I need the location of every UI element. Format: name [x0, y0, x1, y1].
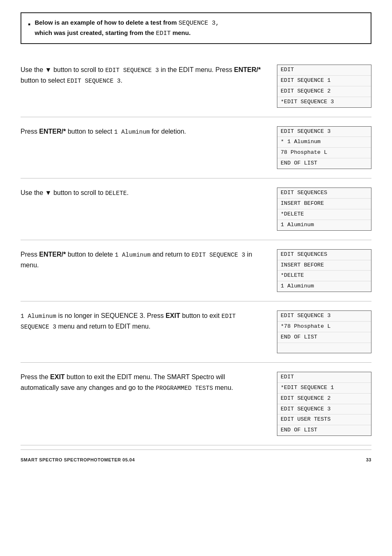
bold-text: ENTER/*: [234, 66, 261, 73]
mono-text: EDIT SEQUENCE 3: [105, 67, 159, 74]
section-4-lcd: EDIT SEQUENCESINSERT BEFORE*DELETE1 Alum…: [277, 249, 371, 292]
top-note-text: Below is an example of how to delete a t…: [35, 18, 219, 38]
lcd-row: *DELETE: [277, 271, 371, 281]
mono-text: DELETE: [105, 190, 127, 197]
section-3: Use the ▼ button to scroll to DELETE.EDI…: [21, 178, 371, 240]
section-1: Use the ▼ button to scroll to EDIT SEQUE…: [21, 56, 371, 117]
section-5-lcd: EDIT SEQUENCE 3*78 Phosphate LEND OF LIS…: [277, 310, 371, 353]
mono-text: 1 Aluminum: [114, 129, 150, 135]
sections-container: Use the ▼ button to scroll to EDIT SEQUE…: [21, 56, 371, 445]
lcd-row: 1 Aluminum: [277, 220, 371, 230]
section-5-text: 1 Aluminum is no longer in SEQUENCE 3. P…: [21, 310, 265, 332]
lcd-row: END OF LIST: [277, 425, 371, 436]
top-note: ▪ Below is an example of how to delete a…: [21, 12, 371, 44]
bold-text: ENTER/*: [39, 128, 66, 135]
lcd-row: *78 Phosphate L: [277, 322, 371, 332]
section-2: Press ENTER/* button to select 1 Aluminu…: [21, 117, 371, 179]
lcd-row: END OF LIST: [277, 332, 371, 343]
lcd-row: INSERT BEFORE: [277, 260, 371, 271]
lcd-row: *DELETE: [277, 209, 371, 220]
section-4: Press ENTER/* button to delete 1 Aluminu…: [21, 240, 371, 302]
section-3-text: Use the ▼ button to scroll to DELETE.: [21, 188, 265, 198]
bold-text: EXIT: [50, 373, 65, 380]
lcd-row: EDIT: [277, 372, 371, 383]
lcd-row: INSERT BEFORE: [277, 199, 371, 209]
footer-left: SMART SPECTRO SPECTROPHOTOMETER 05.04: [21, 457, 135, 462]
lcd-row: EDIT SEQUENCES: [277, 250, 371, 260]
lcd-row: END OF LIST: [277, 158, 371, 169]
section-6-lcd: EDIT*EDIT SEQUENCE 1EDIT SEQUENCE 2EDIT …: [277, 372, 371, 436]
lcd-row: EDIT USER TESTS: [277, 415, 371, 425]
mono-text: 1 Aluminum: [115, 252, 150, 258]
bold-text: EXIT: [166, 312, 180, 319]
section-2-lcd: EDIT SEQUENCE 3* 1 Aluminum78 Phosphate …: [277, 126, 371, 169]
section-6-text: Press the EXIT button to exit the EDIT m…: [21, 372, 265, 393]
lcd-row: EDIT SEQUENCE 2: [277, 394, 371, 404]
lcd-row: EDIT SEQUENCE 3: [277, 404, 371, 415]
bullet-icon: ▪: [28, 19, 30, 30]
lcd-row: EDIT SEQUENCE 3: [277, 127, 371, 137]
lcd-row: EDIT: [277, 65, 371, 76]
section-2-text: Press ENTER/* button to select 1 Aluminu…: [21, 126, 265, 137]
lcd-row: *EDIT SEQUENCE 1: [277, 383, 371, 394]
lcd-row: * 1 Aluminum: [277, 137, 371, 148]
bold-text: ENTER/*: [39, 251, 66, 258]
lcd-row: 78 Phosphate L: [277, 148, 371, 158]
lcd-row: *EDIT SEQUENCE 3: [277, 97, 371, 107]
mono-text: EDIT SEQUENCE 3: [67, 78, 121, 84]
page-footer: SMART SPECTRO SPECTROPHOTOMETER 05.04 33: [21, 449, 371, 462]
arrow-icon: ▼: [45, 189, 52, 196]
mono-text: PROGRAMMED TESTS: [156, 385, 213, 392]
arrow-icon: ▼: [45, 66, 52, 73]
lcd-row: [277, 343, 371, 353]
lcd-row: EDIT SEQUENCE 3: [277, 311, 371, 322]
mono-text: EDIT SEQUENCE 3: [191, 252, 245, 258]
lcd-row: EDIT SEQUENCES: [277, 188, 371, 199]
section-3-lcd: EDIT SEQUENCESINSERT BEFORE*DELETE1 Alum…: [277, 188, 371, 231]
lcd-row: EDIT SEQUENCE 1: [277, 76, 371, 86]
lcd-row: EDIT SEQUENCE 2: [277, 86, 371, 97]
section-4-text: Press ENTER/* button to delete 1 Aluminu…: [21, 249, 265, 271]
section-1-lcd: EDITEDIT SEQUENCE 1EDIT SEQUENCE 2*EDIT …: [277, 65, 371, 108]
section-6: Press the EXIT button to exit the EDIT m…: [21, 363, 371, 445]
section-5: 1 Aluminum is no longer in SEQUENCE 3. P…: [21, 301, 371, 363]
mono-text: 1 Aluminum: [21, 313, 56, 320]
section-1-text: Use the ▼ button to scroll to EDIT SEQUE…: [21, 65, 265, 86]
footer-right: 33: [366, 457, 371, 462]
lcd-row: 1 Aluminum: [277, 281, 371, 292]
